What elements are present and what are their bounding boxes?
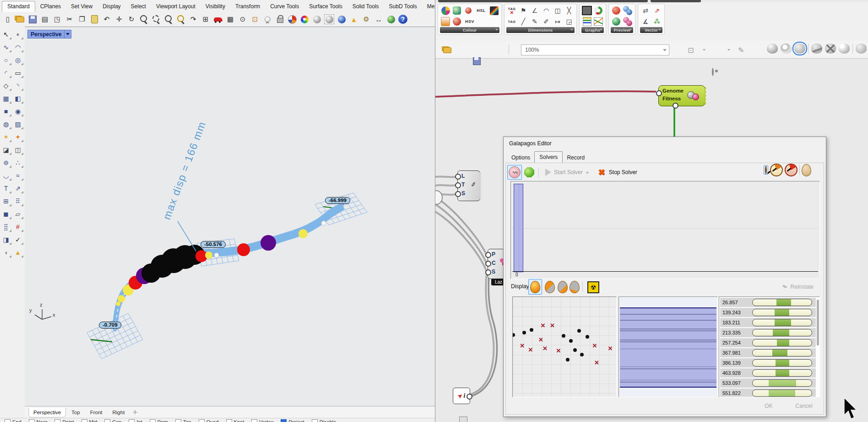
menu-tab-subd-tools[interactable]: SubD Tools xyxy=(384,1,422,12)
osnap-mid[interactable]: Mid xyxy=(81,419,98,422)
dimension-icon[interactable]: ↔ xyxy=(374,14,384,24)
color-wheel-icon[interactable] xyxy=(299,14,309,24)
paste-icon[interactable] xyxy=(89,14,99,24)
preview-plain-ball-icon[interactable] xyxy=(856,44,867,54)
plane-surface-icon[interactable]: ▦ xyxy=(0,93,11,104)
fitness-output-connector[interactable] xyxy=(673,103,678,109)
hsv-button-icon[interactable]: HSV xyxy=(463,16,476,27)
viewport-title-caret-icon[interactable] xyxy=(64,30,71,38)
viewport-layout-icon[interactable]: ⊞ xyxy=(201,14,211,24)
image-frame-icon[interactable] xyxy=(582,5,592,16)
shell-icon[interactable]: ◖ xyxy=(0,247,11,258)
gh-save-icon[interactable] xyxy=(471,55,482,66)
edge-connector[interactable] xyxy=(435,190,443,205)
fitness-row[interactable]: 463.928 xyxy=(720,368,816,378)
zoom-dynamic-icon[interactable] xyxy=(139,14,149,24)
red-ball-icon[interactable] xyxy=(452,16,462,27)
arc-dimension-icon[interactable]: ◠ xyxy=(541,5,551,16)
gh-zoom-extents-icon[interactable]: ⊡ xyxy=(685,44,696,55)
osnap-project[interactable]: Project xyxy=(281,419,304,422)
split-icon[interactable]: ◫ xyxy=(12,144,23,155)
open-folder-icon[interactable] xyxy=(15,14,25,24)
export-page-icon[interactable]: ◳ xyxy=(52,14,62,24)
gradient-swatch-icon[interactable] xyxy=(489,5,499,16)
lock-icon[interactable] xyxy=(275,14,285,24)
serial-dimension-icon[interactable]: ↦ xyxy=(553,16,563,27)
annealing-solver-button[interactable] xyxy=(522,165,537,180)
dialog-tab-options[interactable]: Options xyxy=(507,153,534,163)
circle-center-icon[interactable]: ⊙ xyxy=(238,14,248,24)
genome-input-connector[interactable] xyxy=(656,90,662,96)
donut-chart-icon[interactable] xyxy=(593,5,603,16)
osnap-point[interactable]: Point xyxy=(54,419,74,422)
lts-input-connector-s[interactable] xyxy=(455,191,461,197)
render-ball-icon[interactable] xyxy=(336,14,347,24)
osnap-checkbox[interactable] xyxy=(5,419,11,422)
curve-flag-dimension-icon[interactable]: ⚑ xyxy=(518,5,528,16)
select-arrow-icon[interactable]: ↖ xyxy=(0,28,11,40)
spray-pyramid-icon[interactable]: ▲ xyxy=(12,247,23,258)
view-tab-right[interactable]: Right xyxy=(108,408,129,417)
osnap-checkbox[interactable] xyxy=(29,419,35,422)
view-tab-perspective[interactable]: Perspective xyxy=(28,408,66,417)
menu-tab-solid-tools[interactable]: Solid Tools xyxy=(347,1,384,12)
green-scatter-icon[interactable]: ⁂ xyxy=(652,16,662,27)
fillet-curve-icon[interactable]: ◡ xyxy=(0,170,11,181)
display-mode-3-icon[interactable] xyxy=(558,281,568,293)
save-icon[interactable] xyxy=(27,14,38,24)
circle-icon[interactable]: ○ xyxy=(0,54,11,66)
osnap-near[interactable]: Near xyxy=(29,419,48,422)
legend-icon[interactable] xyxy=(582,16,592,27)
point-icon[interactable]: ∘ xyxy=(12,28,23,40)
group-label-graphs[interactable]: Graphs xyxy=(581,27,604,33)
osnap-checkbox[interactable] xyxy=(129,419,135,422)
print-icon[interactable]: ▤ xyxy=(40,14,50,24)
pcs-input-connector-c[interactable] xyxy=(485,261,491,267)
stop-solver-x-icon[interactable]: ✖ xyxy=(598,167,605,177)
add-viewport-icon[interactable]: ✛ xyxy=(133,409,137,416)
osnap-checkbox[interactable] xyxy=(150,419,156,422)
tag-icon[interactable]: TAG xyxy=(507,16,517,27)
named-view-car-icon[interactable] xyxy=(213,14,223,24)
preview-light-ball-icon[interactable] xyxy=(839,44,850,54)
osnap-checkbox[interactable] xyxy=(312,419,318,422)
fitness-row[interactable]: 257.254 xyxy=(720,338,816,347)
box-icon[interactable]: ■ xyxy=(0,105,11,117)
reinstate-button[interactable]: ✒ Reinstate xyxy=(782,283,814,291)
fitness-row[interactable]: 183.211 xyxy=(720,318,816,327)
colour-pie-icon[interactable] xyxy=(440,5,450,16)
osnap-int[interactable]: Int xyxy=(129,419,142,422)
cylinder-icon[interactable]: ◍ xyxy=(0,118,11,130)
marker-pen-icon[interactable]: ✎ xyxy=(530,16,540,27)
gh-zoom-combo[interactable]: 100% xyxy=(521,44,669,55)
gumball-edit-icon[interactable]: ◨ xyxy=(0,234,11,245)
pan-icon[interactable]: ✛ xyxy=(114,14,124,24)
info-output-connector[interactable] xyxy=(467,394,472,400)
curved-surface-icon[interactable]: ◧ xyxy=(12,93,23,104)
flat-shade-cone-icon[interactable]: ▲ xyxy=(349,14,359,24)
start-solver-button[interactable]: Start Solver xyxy=(554,169,583,175)
fitness-row[interactable]: 386.139 xyxy=(720,358,816,367)
scale-tool-icon[interactable]: ⇗ xyxy=(12,182,23,194)
sort-vectors-icon[interactable]: ⇄ xyxy=(640,5,651,16)
check-icon[interactable]: ✓ xyxy=(12,234,23,245)
menu-tab-viewport-layout[interactable]: Viewport Layout xyxy=(151,1,201,12)
explode-icon[interactable]: ✶ xyxy=(0,131,11,142)
ellipse-icon[interactable]: ◎ xyxy=(12,54,23,66)
osnap-quad[interactable]: Quad xyxy=(199,419,219,422)
osnap-knot[interactable]: Knot xyxy=(226,419,244,422)
vector-angle-icon[interactable]: ∡ xyxy=(640,16,651,27)
curve-corner-icon[interactable]: ◝ xyxy=(12,80,23,91)
menu-tab-visibility[interactable]: Visibility xyxy=(201,1,230,12)
lts-input-connector-l[interactable] xyxy=(455,174,461,180)
preview-disable-ball-icon[interactable] xyxy=(825,44,836,54)
info-component[interactable]: ➤ i xyxy=(453,388,470,404)
osnap-checkbox[interactable] xyxy=(199,419,205,422)
view-tab-top[interactable]: Top xyxy=(67,408,85,417)
gradient-sphere-icon[interactable] xyxy=(452,5,462,16)
preview-wire-ball-icon[interactable] xyxy=(781,44,792,54)
gh-sketch-pen-icon[interactable]: ✎ xyxy=(736,44,747,55)
curve-interpolate-icon[interactable]: ◠ xyxy=(12,41,23,53)
block-icon[interactable]: ⊞ xyxy=(0,195,11,207)
menu-tab-standard[interactable]: Standard xyxy=(2,1,35,12)
